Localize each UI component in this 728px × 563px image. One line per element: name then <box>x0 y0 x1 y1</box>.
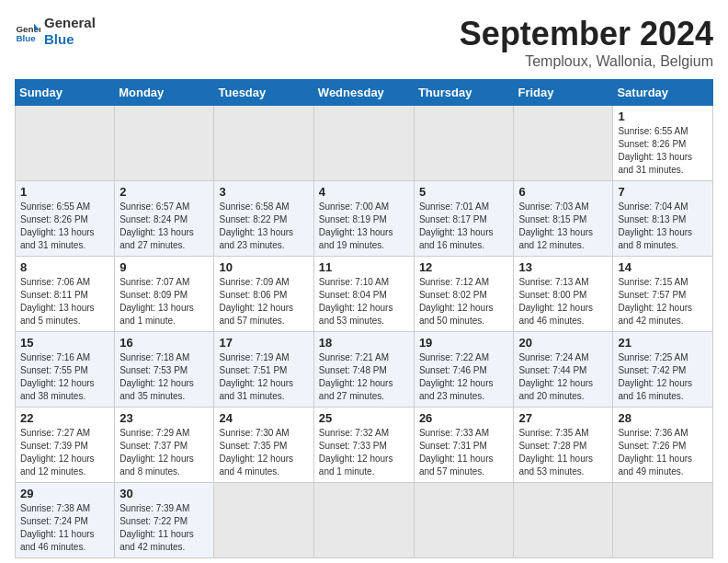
header-wednesday: Wednesday <box>313 80 414 106</box>
calendar-cell: 30Sunrise: 7:39 AM Sunset: 7:22 PM Dayli… <box>115 483 214 558</box>
location-title: Temploux, Wallonia, Belgium <box>460 53 713 70</box>
day-info: Sunrise: 7:22 AM Sunset: 7:46 PM Dayligh… <box>419 351 509 403</box>
header-tuesday: Tuesday <box>214 80 313 106</box>
calendar-cell: 19Sunrise: 7:22 AM Sunset: 7:46 PM Dayli… <box>414 332 514 408</box>
calendar-cell <box>514 483 613 558</box>
header-thursday: Thursday <box>414 80 514 106</box>
header-monday: Monday <box>115 80 214 106</box>
calendar-cell: 14Sunrise: 7:15 AM Sunset: 7:57 PM Dayli… <box>613 257 713 332</box>
calendar-cell: 5Sunrise: 7:01 AM Sunset: 8:17 PM Daylig… <box>414 181 514 257</box>
day-info: Sunrise: 7:09 AM Sunset: 8:06 PM Dayligh… <box>219 276 308 327</box>
day-number: 5 <box>419 185 509 199</box>
calendar-cell: 3Sunrise: 6:58 AM Sunset: 8:22 PM Daylig… <box>214 181 313 257</box>
day-number: 6 <box>518 185 608 199</box>
day-number: 8 <box>20 260 109 274</box>
calendar-cell: 25Sunrise: 7:32 AM Sunset: 7:33 PM Dayli… <box>313 408 414 483</box>
day-number: 9 <box>119 260 209 274</box>
day-info: Sunrise: 6:55 AM Sunset: 8:26 PM Dayligh… <box>20 201 109 252</box>
day-number: 12 <box>419 260 509 274</box>
day-number: 24 <box>219 411 308 425</box>
day-info: Sunrise: 7:10 AM Sunset: 8:04 PM Dayligh… <box>319 276 409 327</box>
day-info: Sunrise: 7:24 AM Sunset: 7:44 PM Dayligh… <box>518 351 608 403</box>
header-saturday: Saturday <box>613 80 713 106</box>
day-info: Sunrise: 6:58 AM Sunset: 8:22 PM Dayligh… <box>219 201 308 252</box>
day-info: Sunrise: 7:18 AM Sunset: 7:53 PM Dayligh… <box>119 351 209 403</box>
calendar-cell: 4Sunrise: 7:00 AM Sunset: 8:19 PM Daylig… <box>313 181 414 257</box>
day-info: Sunrise: 7:25 AM Sunset: 7:42 PM Dayligh… <box>618 351 708 403</box>
calendar-cell <box>414 483 514 558</box>
calendar-week-row: 8Sunrise: 7:06 AM Sunset: 8:11 PM Daylig… <box>16 257 713 332</box>
calendar-cell: 10Sunrise: 7:09 AM Sunset: 8:06 PM Dayli… <box>214 257 313 332</box>
day-number: 20 <box>518 336 608 350</box>
day-number: 22 <box>20 411 109 425</box>
day-info: Sunrise: 7:38 AM Sunset: 7:24 PM Dayligh… <box>20 502 109 554</box>
day-number: 19 <box>419 336 509 350</box>
day-info: Sunrise: 7:33 AM Sunset: 7:31 PM Dayligh… <box>419 427 509 478</box>
title-block: September 2024 Temploux, Wallonia, Belgi… <box>460 15 713 70</box>
day-number: 23 <box>119 411 209 425</box>
day-number: 10 <box>219 260 308 274</box>
calendar-cell <box>115 106 214 181</box>
calendar-cell: 2Sunrise: 6:57 AM Sunset: 8:24 PM Daylig… <box>115 181 214 257</box>
page-header: General Blue General Blue September 2024… <box>15 15 713 70</box>
calendar-table: SundayMondayTuesdayWednesdayThursdayFrid… <box>15 79 713 558</box>
day-number: 2 <box>119 185 209 199</box>
day-number: 15 <box>20 336 109 350</box>
svg-text:Blue: Blue <box>16 33 36 43</box>
calendar-cell: 15Sunrise: 7:16 AM Sunset: 7:55 PM Dayli… <box>16 332 115 408</box>
logo-blue: Blue <box>44 31 96 48</box>
day-number: 13 <box>518 260 608 274</box>
month-title: September 2024 <box>460 15 713 53</box>
day-number: 21 <box>618 336 708 350</box>
calendar-cell: 1Sunrise: 6:55 AM Sunset: 8:26 PM Daylig… <box>613 106 713 181</box>
calendar-week-row: 29Sunrise: 7:38 AM Sunset: 7:24 PM Dayli… <box>16 483 713 558</box>
day-number: 14 <box>618 260 708 274</box>
calendar-cell: 26Sunrise: 7:33 AM Sunset: 7:31 PM Dayli… <box>414 408 514 483</box>
day-info: Sunrise: 7:39 AM Sunset: 7:22 PM Dayligh… <box>119 502 209 554</box>
day-info: Sunrise: 7:21 AM Sunset: 7:48 PM Dayligh… <box>319 351 409 403</box>
calendar-cell: 17Sunrise: 7:19 AM Sunset: 7:51 PM Dayli… <box>214 332 313 408</box>
calendar-week-row: 15Sunrise: 7:16 AM Sunset: 7:55 PM Dayli… <box>16 332 713 408</box>
header-sunday: Sunday <box>16 80 115 106</box>
day-number: 18 <box>319 336 409 350</box>
day-info: Sunrise: 6:55 AM Sunset: 8:26 PM Dayligh… <box>618 125 708 177</box>
logo-icon: General Blue <box>15 18 40 44</box>
calendar-cell: 8Sunrise: 7:06 AM Sunset: 8:11 PM Daylig… <box>16 257 115 332</box>
day-number: 30 <box>119 487 209 500</box>
day-number: 26 <box>419 411 509 425</box>
day-info: Sunrise: 7:30 AM Sunset: 7:35 PM Dayligh… <box>219 427 308 478</box>
day-info: Sunrise: 7:35 AM Sunset: 7:28 PM Dayligh… <box>518 427 608 478</box>
day-info: Sunrise: 7:19 AM Sunset: 7:51 PM Dayligh… <box>219 351 308 403</box>
calendar-cell <box>514 106 613 181</box>
calendar-cell <box>16 106 115 181</box>
calendar-week-row: 1Sunrise: 6:55 AM Sunset: 8:26 PM Daylig… <box>16 106 713 181</box>
day-info: Sunrise: 7:29 AM Sunset: 7:37 PM Dayligh… <box>119 427 209 478</box>
header-friday: Friday <box>514 80 613 106</box>
day-info: Sunrise: 7:12 AM Sunset: 8:02 PM Dayligh… <box>419 276 509 327</box>
day-number: 1 <box>20 185 109 199</box>
day-number: 29 <box>20 487 109 500</box>
calendar-cell: 20Sunrise: 7:24 AM Sunset: 7:44 PM Dayli… <box>514 332 613 408</box>
day-number: 25 <box>319 411 409 425</box>
calendar-cell: 22Sunrise: 7:27 AM Sunset: 7:39 PM Dayli… <box>16 408 115 483</box>
calendar-header-row: SundayMondayTuesdayWednesdayThursdayFrid… <box>16 80 713 106</box>
calendar-cell: 29Sunrise: 7:38 AM Sunset: 7:24 PM Dayli… <box>16 483 115 558</box>
day-number: 7 <box>618 185 708 199</box>
day-number: 11 <box>319 260 409 274</box>
calendar-cell: 6Sunrise: 7:03 AM Sunset: 8:15 PM Daylig… <box>514 181 613 257</box>
calendar-cell: 9Sunrise: 7:07 AM Sunset: 8:09 PM Daylig… <box>115 257 214 332</box>
calendar-body: 1Sunrise: 6:55 AM Sunset: 8:26 PM Daylig… <box>16 106 713 558</box>
logo: General Blue General Blue <box>15 15 96 48</box>
calendar-cell: 16Sunrise: 7:18 AM Sunset: 7:53 PM Dayli… <box>115 332 214 408</box>
day-number: 27 <box>518 411 608 425</box>
day-number: 16 <box>119 336 209 350</box>
calendar-cell <box>214 483 313 558</box>
calendar-cell: 23Sunrise: 7:29 AM Sunset: 7:37 PM Dayli… <box>115 408 214 483</box>
day-info: Sunrise: 7:27 AM Sunset: 7:39 PM Dayligh… <box>20 427 109 478</box>
day-info: Sunrise: 7:15 AM Sunset: 7:57 PM Dayligh… <box>618 276 708 327</box>
day-number: 28 <box>618 411 708 425</box>
calendar-cell: 18Sunrise: 7:21 AM Sunset: 7:48 PM Dayli… <box>313 332 414 408</box>
day-info: Sunrise: 7:32 AM Sunset: 7:33 PM Dayligh… <box>319 427 409 478</box>
day-info: Sunrise: 7:36 AM Sunset: 7:26 PM Dayligh… <box>618 427 708 478</box>
calendar-cell: 7Sunrise: 7:04 AM Sunset: 8:13 PM Daylig… <box>613 181 713 257</box>
